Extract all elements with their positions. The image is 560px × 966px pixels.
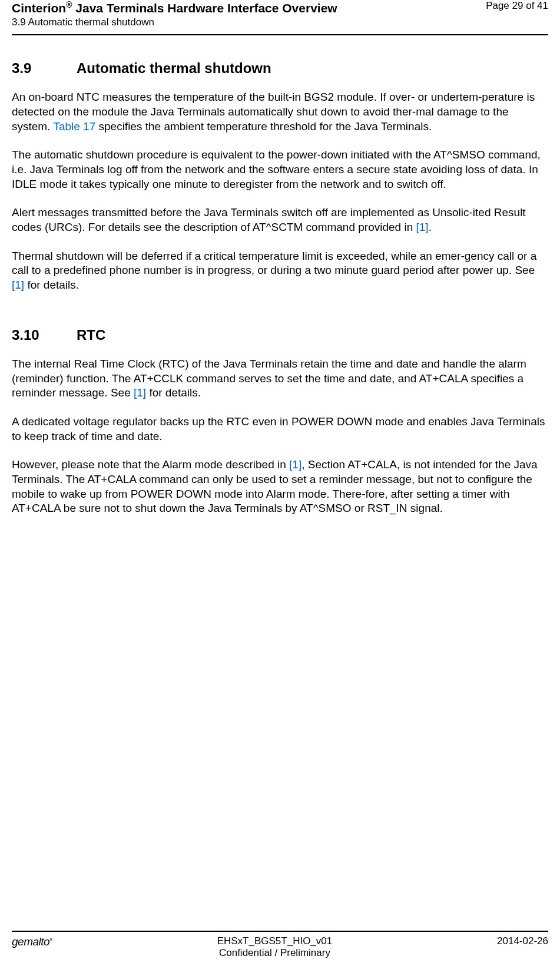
section-title: Automatic thermal shutdown — [77, 59, 271, 77]
page-header: Cinterion® Java Terminals Hardware Inter… — [0, 0, 560, 35]
footer-date: 2014-02-26 — [497, 935, 548, 947]
section-title: RTC — [77, 326, 105, 344]
page-content: 3.9 Automatic thermal shutdown An on-boa… — [0, 35, 560, 516]
text-fragment: specifies the ambient temperature thresh… — [95, 120, 432, 133]
header-subtitle: 3.9 Automatic thermal shutdown — [12, 16, 337, 28]
header-left: Cinterion® Java Terminals Hardware Inter… — [12, 0, 337, 28]
logo-text: gemalto — [12, 935, 49, 948]
link-ref-1[interactable]: [1] — [12, 279, 24, 291]
text-fragment: for details. — [146, 386, 201, 399]
link-table-17[interactable]: Table 17 — [53, 120, 95, 133]
footer-content: gemalto× EHSxT_BGS5T_HIO_v01 Confidentia… — [12, 935, 548, 959]
paragraph-3-9-3: Alert messages transmitted before the Ja… — [12, 206, 548, 234]
text-fragment: The internal Real Time Clock (RTC) of th… — [12, 358, 526, 399]
paragraph-3-10-1: The internal Real Time Clock (RTC) of th… — [12, 357, 548, 401]
section-heading-3-9: 3.9 Automatic thermal shutdown — [12, 59, 548, 77]
link-ref-1[interactable]: [1] — [416, 221, 429, 233]
header-top-row: Cinterion® Java Terminals Hardware Inter… — [12, 0, 548, 28]
paragraph-3-9-1: An on-board NTC measures the temperature… — [12, 90, 548, 134]
text-fragment: Alert messages transmitted before the Ja… — [12, 206, 526, 233]
paragraph-3-10-2: A dedicated voltage regulator backs up t… — [12, 415, 548, 444]
paragraph-3-9-4: Thermal shutdown will be deferred if a c… — [12, 249, 548, 293]
section-number: 3.10 — [12, 326, 77, 344]
paragraph-3-10-3: However, please note that the Alarm mode… — [12, 458, 548, 516]
footer-confidentiality: Confidential / Preliminary — [217, 947, 333, 959]
link-ref-1[interactable]: [1] — [289, 458, 301, 471]
title-suffix: Java Terminals Hardware Interface Overvi… — [72, 1, 337, 15]
section-heading-3-10: 3.10 RTC — [12, 326, 548, 344]
footer-center: EHSxT_BGS5T_HIO_v01 Confidential / Preli… — [217, 935, 333, 959]
paragraph-3-9-2: The automatic shutdown procedure is equi… — [12, 148, 548, 191]
link-ref-1[interactable]: [1] — [134, 386, 146, 399]
footer-logo: gemalto× — [12, 935, 52, 948]
logo-symbol: × — [49, 937, 52, 942]
text-fragment: for details. — [24, 279, 79, 291]
page-number: Page 29 of 41 — [486, 0, 548, 12]
title-prefix: Cinterion — [12, 1, 66, 15]
document-title: Cinterion® Java Terminals Hardware Inter… — [12, 0, 337, 15]
text-fragment: . — [429, 221, 432, 233]
footer-divider — [12, 931, 548, 932]
page-footer: gemalto× EHSxT_BGS5T_HIO_v01 Confidentia… — [0, 931, 560, 959]
header-divider — [12, 34, 548, 35]
footer-doc-id: EHSxT_BGS5T_HIO_v01 — [217, 935, 333, 947]
text-fragment: Thermal shutdown will be deferred if a c… — [12, 250, 536, 277]
text-fragment: However, please note that the Alarm mode… — [12, 458, 289, 471]
registered-symbol: ® — [66, 0, 72, 9]
section-number: 3.9 — [12, 59, 77, 77]
